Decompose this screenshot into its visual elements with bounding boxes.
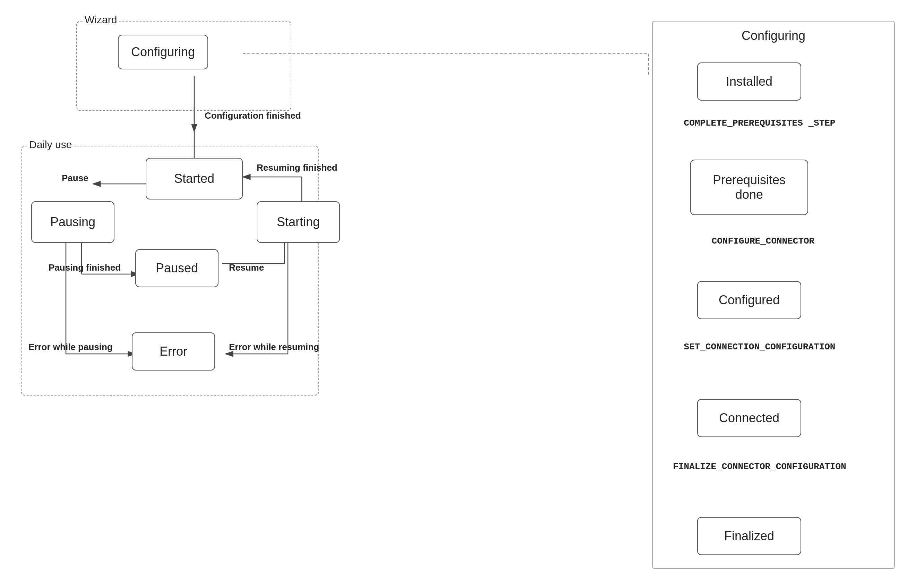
transition-pause: Pause [62,173,88,183]
state-installed: Installed [697,63,801,101]
state-error: Error [132,332,215,371]
configuring-panel-label: Configuring [653,28,894,43]
state-started: Started [146,158,243,200]
state-paused: Paused [135,249,218,287]
state-configuring-wizard: Configuring [118,35,208,69]
state-starting: Starting [257,201,340,243]
transition-configuration-finished: Configuration finished [205,110,301,121]
diagram-container: Wizard Configuring Configuration finishe… [0,0,924,586]
state-prerequisites-done: Prerequisites done [690,160,808,215]
state-pausing: Pausing [31,201,114,243]
transition-resuming-finished: Resuming finished [257,162,337,173]
state-connected: Connected [697,399,801,437]
wizard-label: Wizard [82,14,119,26]
transition-complete-prerequisites: COMPLETE_PREREQUISITES _STEP [666,118,853,129]
state-configured: Configured [697,281,801,319]
transition-resume: Resume [229,262,264,273]
daily-use-label: Daily use [27,139,74,150]
transition-error-while-pausing: Error while pausing [28,342,113,353]
state-finalized: Finalized [697,517,801,555]
transition-finalize-connector-config: FINALIZE_CONNECTOR_CONFIGURATION [652,461,867,472]
transition-pausing-finished: Pausing finished [49,262,121,273]
transition-error-while-resuming: Error while resuming [229,342,319,353]
transition-set-connection-config: SET_CONNECTION_CONFIGURATION [659,342,860,352]
transition-configure-connector: CONFIGURE_CONNECTOR [676,236,850,246]
